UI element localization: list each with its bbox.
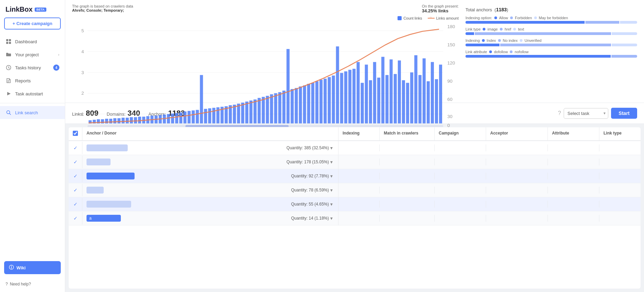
svg-rect-65 [245,102,248,124]
anchor-pill-5[interactable] [87,201,131,208]
svg-rect-53 [196,110,199,123]
svg-rect-103 [402,80,405,124]
row-4-checkbox-cell: ✓ [69,184,82,196]
text-bar [612,32,637,35]
expand-btn-1[interactable]: ▾ [329,145,334,151]
need-help-link[interactable]: ? Need help? [0,278,65,292]
svg-rect-95 [369,80,372,124]
svg-rect-47 [171,114,174,124]
expand-btn-6[interactable]: ▾ [329,215,334,221]
file-icon [5,78,12,84]
svg-text:1: 1 [81,112,84,117]
sidebar-item-task-autostart[interactable]: Task autostart [0,87,65,100]
chart-meta: The graph is based on crawlers data Ahre… [72,4,459,13]
expand-btn-4[interactable]: ▾ [329,187,334,193]
row-5-match [380,201,435,208]
svg-rect-72 [274,93,277,124]
row-6-link-type [599,215,641,222]
svg-rect-99 [386,75,389,124]
check-icon-2: ✓ [73,159,78,165]
link-attribute-bar [465,55,637,58]
sidebar-item-label: Dashboard [15,39,37,44]
expand-btn-5[interactable]: ▾ [329,201,334,207]
unverified-label: Unverified [525,38,542,43]
on-present-label: On the graph present: [422,4,459,8]
chart-legend: Count links Links amount [72,16,459,20]
legend-count-links-label: Count links [403,16,422,20]
svg-rect-101 [394,74,397,124]
create-campaign-button[interactable]: + Create campaign [4,17,61,30]
wiki-label: Wiki [16,265,26,270]
sidebar-item-link-search[interactable]: Link search [0,106,65,119]
svg-rect-55 [204,109,207,123]
anchor-pill-4[interactable] [87,187,104,194]
app-badge: BETA [35,8,46,12]
svg-rect-66 [249,101,252,124]
svg-rect-85 [328,77,331,124]
unverified-dot [520,39,522,42]
search-icon [5,109,12,116]
svg-text:180: 180 [447,24,455,29]
chart-crawlers-info: The graph is based on crawlers data Ahre… [72,4,133,12]
anchor-pill-3[interactable] [87,173,135,179]
href-bar [475,32,611,35]
row-3-checkbox-cell: ✓ [69,170,82,182]
allow-bar [465,21,585,24]
quantity-4: Quantity: 78 (6.59%) [291,188,329,192]
image-bar [465,32,474,35]
quantity-3: Quantity: 92 (7.78%) [291,174,329,178]
expand-btn-3[interactable]: ▾ [329,173,334,179]
row-3-indexing [338,173,380,179]
svg-rect-87 [336,46,339,123]
sidebar-item-reports[interactable]: Reports [0,74,65,87]
row-3-match [380,173,435,179]
th-campaign: Campaign [435,127,486,140]
forbidden-label: Forbidden [515,16,532,20]
svg-rect-71 [270,94,273,124]
play-icon [5,91,12,97]
clock-icon [5,65,12,71]
row-6-checkbox-cell: ✓ [69,212,82,224]
svg-rect-102 [398,60,401,123]
index-dot [482,39,485,42]
quantity-2: Quantity: 178 (15.05%) [287,160,329,164]
start-button[interactable]: Start [611,108,637,119]
sidebar-item-your-project[interactable]: Your project › [0,48,65,61]
row-3-anchor: Quantity: 92 (7.78%) ▾ [82,169,338,183]
chart-crawlers-text: The graph is based on crawlers data [72,4,133,8]
th-attribute: Attribute [548,127,599,140]
anchor-pill-1[interactable] [87,144,128,151]
indexing-bar [465,44,637,46]
total-anchors-label: Total anchors [465,7,492,12]
expand-btn-2[interactable]: ▾ [329,159,334,165]
svg-text:5: 5 [81,28,84,33]
indexing-row: Indexing Index No index Unverified [465,38,637,46]
bar-chart-svg: 5 4 3 2 1 180 150 120 90 60 30 0 [72,23,459,127]
link-attribute-label: Link attribute dofollow nofollow [465,50,637,54]
table-header: Anchor / Donor Indexing Match in crawler… [69,127,641,141]
on-present-value: 34.25% links [422,8,459,13]
chart-area: The graph is based on crawlers data Ahre… [72,4,459,98]
svg-line-9 [10,114,11,115]
sidebar-item-label: Tasks history [15,65,41,70]
forbidden-bar [585,21,619,24]
row-2-indexing [338,159,380,165]
svg-rect-97 [377,78,380,123]
sidebar-item-tasks-history[interactable]: Tasks history 4 [0,61,65,74]
anchor-pill-6[interactable]: a [87,215,121,222]
row-4-anchor: Quantity: 78 (6.59%) ▾ [82,183,338,197]
anchor-pill-2[interactable] [87,159,111,165]
sidebar-item-dashboard[interactable]: Dashboard [0,35,65,48]
dofollow-bar [465,55,611,58]
row-5-indexing [338,201,380,208]
svg-rect-93 [361,83,364,123]
wiki-button[interactable]: ⓘ Wiki [4,261,61,274]
quantity-5: Quantity: 55 (4.65%) [291,202,329,207]
help-icon[interactable]: ? [558,110,561,116]
th-indexing: Indexing [338,127,380,140]
svg-text:120: 120 [447,60,455,66]
select-all-checkbox[interactable] [73,131,78,136]
image-label: image [487,27,498,31]
select-task-dropdown[interactable]: Select task Task 1 Task 2 Task 3 [564,108,608,119]
svg-rect-68 [257,98,261,123]
